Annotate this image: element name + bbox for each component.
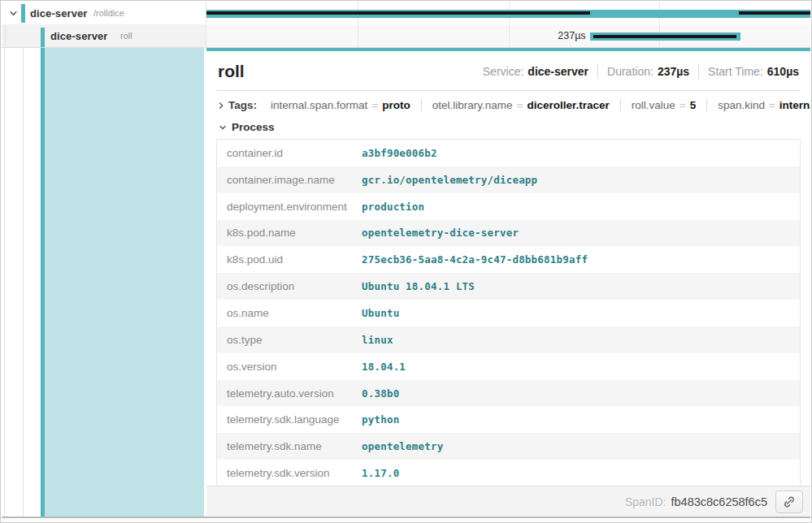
- tag-value: 5: [690, 99, 697, 111]
- meta-label: Service:: [483, 65, 524, 78]
- table-row: telemetry.auto.version 0.38b0: [217, 380, 800, 407]
- table-row: os.name Ubuntu: [217, 300, 800, 326]
- process-value: 18.04.1: [362, 361, 800, 373]
- indent-guide: [4, 48, 5, 517]
- process-value: production: [362, 201, 800, 213]
- selected-span-left-strip: [2, 48, 206, 517]
- span-meta: Service: dice-server Duration: 237µs Sta…: [483, 64, 799, 79]
- span-row-roll[interactable]: dice-server roll 237µs: [2, 24, 810, 48]
- spanid-value: fb483c8c6258f6c5: [671, 495, 767, 508]
- span-bar-stripe: [739, 11, 810, 15]
- process-value: opentelemetry: [362, 440, 800, 452]
- process-key: telemetry.auto.version: [227, 387, 362, 400]
- span-duration-label: 237µs: [558, 30, 585, 41]
- span-title: roll: [218, 62, 245, 81]
- span-name-cell-rolldice[interactable]: dice-server /rolldice: [2, 2, 206, 24]
- tag-key: otel.library.name: [432, 99, 513, 111]
- process-key: os.type: [227, 334, 362, 346]
- process-value: 0.38b0: [362, 387, 800, 400]
- meta-item: Service: dice-server: [483, 65, 588, 78]
- tag-item: roll.value = 5: [620, 99, 706, 111]
- meta-divider: [698, 64, 699, 79]
- chevron-right-icon[interactable]: [217, 102, 225, 110]
- table-row: telemetry.sdk.version 1.17.0: [217, 460, 800, 486]
- process-key: os.version: [227, 361, 362, 373]
- process-kv-table: container.id a3bf90e006b2 container.imag…: [216, 139, 801, 487]
- process-key: deployment.environment: [227, 201, 362, 213]
- process-value: 1.17.0: [362, 467, 800, 479]
- copy-link-button[interactable]: [775, 491, 803, 513]
- process-key: os.name: [227, 307, 362, 319]
- meta-label: Duration:: [607, 65, 654, 78]
- span-detail-footer: SpanID: fb483c8c6258f6c5: [206, 486, 810, 517]
- span-bar-stripe: [593, 35, 736, 38]
- tag-value: internal: [779, 99, 810, 111]
- table-row: k8s.pod.name opentelemetry-dice-server: [217, 220, 800, 247]
- process-key: telemetry.sdk.version: [227, 467, 362, 479]
- tag-equals: =: [675, 99, 690, 111]
- tag-key: span.kind: [718, 99, 765, 111]
- trace-detail-window: dice-server /rolldice dice-server roll 2…: [0, 0, 812, 523]
- service-color-bar: [41, 28, 45, 47]
- tags-list: internal.span.format = proto otel.librar…: [260, 99, 810, 111]
- tag-item: span.kind = internal: [706, 99, 810, 111]
- meta-divider: [597, 64, 598, 79]
- tag-item: internal.span.format = proto: [260, 99, 421, 111]
- meta-item: Start Time: 610µs: [708, 65, 799, 78]
- process-key: telemetry.sdk.language: [227, 413, 362, 426]
- operation-name: /rolldice: [93, 8, 124, 18]
- tag-key: internal.span.format: [271, 99, 367, 111]
- tag-value: diceroller.tracer: [527, 99, 609, 111]
- process-key: k8s.pod.uid: [227, 253, 362, 266]
- indent-guide: [5, 24, 6, 47]
- timeline-gridline: [509, 24, 510, 47]
- process-value: 275ecb36-5aa8-4c2a-9c47-d8bb681b9aff: [362, 253, 800, 266]
- selected-span-highlight: [45, 48, 204, 517]
- table-row: telemetry.sdk.language python: [217, 406, 800, 433]
- table-row: k8s.pod.uid 275ecb36-5aa8-4c2a-9c47-d8bb…: [217, 246, 800, 273]
- span-name-cell-roll[interactable]: dice-server roll: [2, 24, 206, 47]
- process-section-header[interactable]: Process: [206, 119, 810, 139]
- process-key: container.id: [227, 147, 362, 159]
- tag-value: proto: [382, 99, 410, 111]
- tag-equals: =: [765, 99, 779, 111]
- service-name: dice-server: [50, 30, 107, 42]
- span-detail-header: roll Service: dice-server Duration: 237µ…: [206, 51, 810, 90]
- process-value: gcr.io/opentelemetry/diceapp: [362, 174, 800, 186]
- process-key: os.description: [227, 280, 362, 292]
- process-value: linux: [362, 334, 800, 346]
- tag-equals: =: [367, 99, 382, 111]
- span-bar-roll[interactable]: [590, 32, 740, 41]
- process-value: python: [362, 413, 800, 426]
- timeline-cell-roll[interactable]: 237µs: [206, 24, 810, 47]
- chevron-down-icon[interactable]: [217, 123, 228, 132]
- table-row: os.type linux: [217, 326, 800, 353]
- meta-value: 610µs: [767, 65, 799, 78]
- meta-label: Start Time:: [708, 65, 763, 78]
- process-key: container.image.name: [227, 174, 362, 186]
- table-row: os.description Ubuntu 18.04.1 LTS: [217, 273, 800, 300]
- tags-section-header[interactable]: Tags: internal.span.format = proto otel.…: [206, 91, 810, 119]
- service-color-bar: [21, 4, 25, 23]
- process-value: a3bf90e006b2: [362, 147, 800, 159]
- meta-item: Duration: 237µs: [607, 65, 689, 78]
- span-detail-panel: roll Service: dice-server Duration: 237µ…: [206, 48, 810, 517]
- span-bar-rolldice[interactable]: [206, 10, 810, 18]
- span-row-rolldice[interactable]: dice-server /rolldice: [2, 2, 810, 24]
- table-row: container.image.name gcr.io/opentelemetr…: [217, 166, 800, 193]
- timeline-cell-rolldice[interactable]: [206, 2, 810, 24]
- window-bottom-edge: [2, 517, 810, 521]
- process-key: telemetry.sdk.name: [227, 440, 362, 452]
- process-value: Ubuntu 18.04.1 LTS: [362, 280, 800, 292]
- service-name: dice-server: [30, 7, 87, 19]
- meta-value: 237µs: [658, 65, 689, 78]
- tag-equals: =: [513, 99, 528, 111]
- timeline-gridline: [358, 24, 358, 47]
- table-row: deployment.environment production: [217, 193, 800, 220]
- link-icon: [783, 495, 796, 508]
- table-row: container.id a3bf90e006b2: [217, 140, 800, 166]
- process-value: opentelemetry-dice-server: [362, 227, 800, 239]
- collapse-chevron-down-icon[interactable]: [7, 7, 19, 19]
- operation-name: roll: [120, 31, 132, 41]
- indent-guide: [23, 48, 24, 517]
